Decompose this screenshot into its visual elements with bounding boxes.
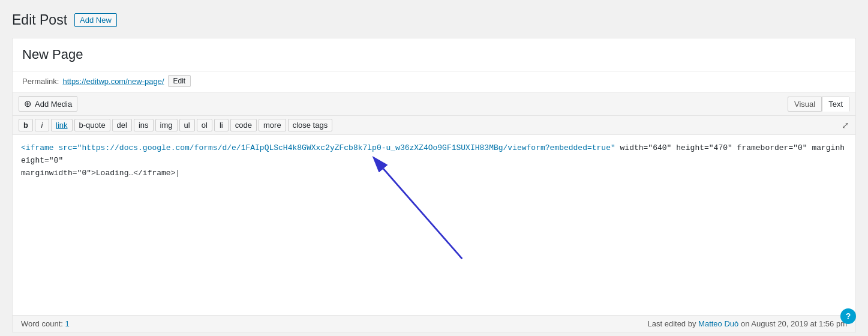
- format-del-button[interactable]: del: [112, 119, 132, 131]
- format-code-button[interactable]: code: [230, 119, 257, 131]
- permalink-label: Permalink:: [22, 77, 59, 86]
- format-bquote-button[interactable]: b-quote: [74, 119, 110, 131]
- help-icon[interactable]: ?: [840, 308, 856, 324]
- page-title: Edit Post: [12, 12, 67, 28]
- format-toolbar: b i link b-quote del ins img ul ol li co…: [13, 116, 855, 135]
- editor-toolbar-top: ⊕ Add Media Visual Text: [13, 92, 855, 116]
- expand-icon[interactable]: ⤢: [842, 120, 849, 131]
- word-count-value: 1: [65, 319, 69, 328]
- editor-container: Permalink: https://editwp.com/new-page/ …: [12, 38, 856, 332]
- format-link-button[interactable]: link: [51, 119, 73, 131]
- format-italic-button[interactable]: i: [35, 119, 49, 131]
- add-new-button[interactable]: Add New: [74, 13, 117, 27]
- post-title-area: [13, 38, 855, 71]
- word-count-label: Word count:: [21, 319, 63, 328]
- last-edited-area: Last edited by Matteo Duò on August 20, …: [648, 319, 848, 328]
- view-tabs: Visual Text: [788, 97, 849, 112]
- last-edited-prefix: Last edited by: [648, 319, 696, 328]
- format-ul-button[interactable]: ul: [179, 119, 195, 131]
- format-bold-button[interactable]: b: [19, 119, 33, 131]
- permalink-link[interactable]: https://editwp.com/new-page/: [62, 77, 164, 86]
- editor-name: Matteo Duò: [698, 319, 738, 328]
- format-ol-button[interactable]: ol: [197, 119, 212, 131]
- format-img-button[interactable]: img: [155, 119, 178, 131]
- post-title-input[interactable]: [22, 44, 846, 65]
- permalink-edit-button[interactable]: Edit: [168, 75, 191, 87]
- format-li-button[interactable]: li: [214, 119, 229, 131]
- editor-footer: Word count: 1 Last edited by Matteo Duò …: [13, 315, 855, 332]
- add-media-button[interactable]: ⊕ Add Media: [19, 96, 77, 112]
- word-count-area: Word count: 1: [21, 319, 70, 328]
- add-media-label: Add Media: [35, 100, 72, 109]
- add-media-icon: ⊕: [24, 98, 32, 109]
- format-close-tags-button[interactable]: close tags: [288, 119, 333, 131]
- permalink-row: Permalink: https://editwp.com/new-page/ …: [13, 71, 855, 92]
- last-edited-suffix: on August 20, 2019 at 1:56 pm: [741, 319, 847, 328]
- editor-code-content: <iframe src="https://docs.google.com/for…: [13, 135, 855, 187]
- tab-visual[interactable]: Visual: [788, 97, 822, 112]
- editor-content-area: <iframe src="https://docs.google.com/for…: [13, 135, 855, 315]
- format-ins-button[interactable]: ins: [134, 119, 154, 131]
- tab-text[interactable]: Text: [822, 97, 849, 112]
- format-more-button[interactable]: more: [259, 119, 286, 131]
